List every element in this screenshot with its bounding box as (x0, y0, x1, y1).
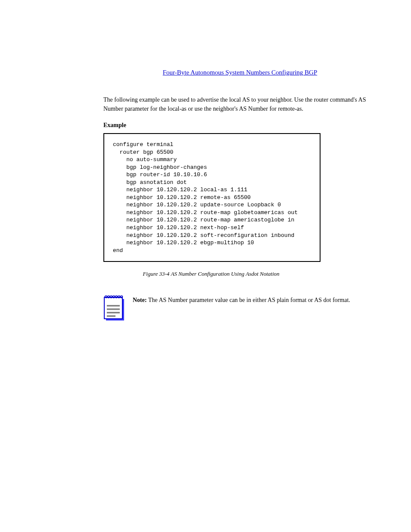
svg-rect-10 (107, 308, 120, 310)
paragraph: The following example can be used to adv… (103, 95, 377, 113)
note-text: Note: The AS Number parameter value can … (133, 295, 377, 305)
svg-rect-11 (107, 312, 120, 314)
svg-rect-9 (107, 305, 120, 307)
code-line: bgp router-id 10.10.10.6 (113, 171, 311, 179)
note-body: The AS Number parameter value can be in … (147, 297, 350, 303)
code-line: neighbor 10.120.120.2 soft-reconfigurati… (113, 232, 311, 240)
code-line: no auto-summary (113, 156, 311, 164)
code-line: neighbor 10.120.120.2 route-map globetoa… (113, 209, 311, 217)
code-line: neighbor 10.120.120.2 next-hop-self (113, 224, 311, 232)
note-block: Note: The AS Number parameter value can … (103, 295, 377, 321)
example-heading: Example (103, 122, 377, 129)
code-line: bgp asnotation dot (113, 179, 311, 187)
code-line: end (113, 247, 311, 255)
code-example-box: configure terminal router bgp 65500 no a… (103, 133, 321, 262)
code-line: neighbor 10.120.120.2 ebgp-multihop 10 (113, 239, 311, 247)
code-line: neighbor 10.120.120.2 local-as 1.111 (113, 186, 311, 194)
code-line: router bgp 65500 (113, 149, 311, 156)
code-line: neighbor 10.120.120.2 remote-as 65500 (113, 194, 311, 202)
code-line: bgp log-neighbor-changes (113, 164, 311, 171)
code-line: neighbor 10.120.120.2 route-map americas… (113, 216, 311, 224)
header-link[interactable]: Four-Byte Autonomous System Numbers Conf… (103, 0, 377, 78)
notepad-icon (103, 295, 125, 321)
svg-rect-12 (107, 315, 115, 317)
code-line: configure terminal (113, 141, 311, 149)
figure-caption: Figure 33-4 AS Number Configuration Usin… (103, 271, 319, 277)
code-line: neighbor 10.120.120.2 update-source Loop… (113, 201, 311, 209)
note-label: Note: (133, 297, 147, 303)
